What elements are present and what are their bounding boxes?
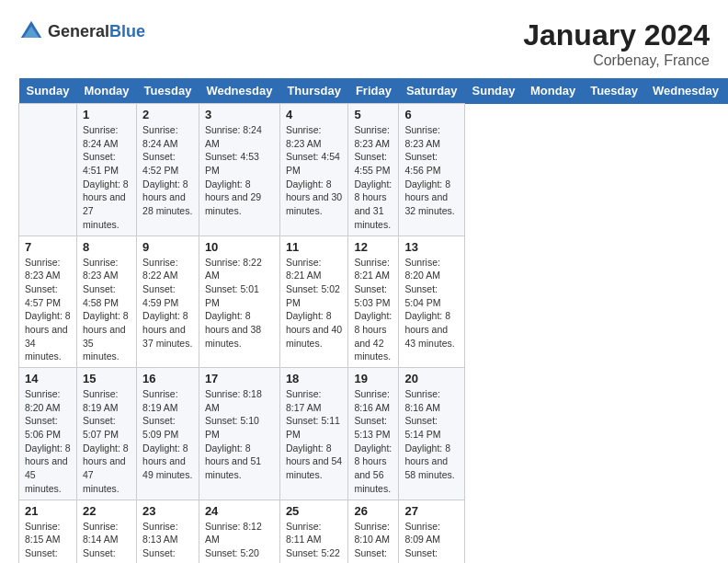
- day-number: 16: [142, 372, 193, 385]
- day-detail: Sunrise: 8:16 AMSunset: 5:14 PMDaylight:…: [404, 387, 459, 482]
- day-detail: Sunrise: 8:19 AMSunset: 5:07 PMDaylight:…: [83, 387, 131, 496]
- day-number: 18: [286, 372, 343, 385]
- calendar-cell: 26Sunrise: 8:10 AMSunset: 5:23 PMDayligh…: [348, 500, 399, 563]
- day-detail: Sunrise: 8:22 AMSunset: 4:59 PMDaylight:…: [142, 256, 193, 350]
- day-detail: Sunrise: 8:24 AMSunset: 4:51 PMDaylight:…: [83, 123, 131, 232]
- day-detail: Sunrise: 8:21 AMSunset: 5:03 PMDaylight:…: [354, 256, 392, 364]
- calendar-cell: 24Sunrise: 8:12 AMSunset: 5:20 PMDayligh…: [199, 500, 279, 563]
- calendar-header-row: SundayMondayTuesdayWednesdayThursdayFrid…: [19, 78, 729, 104]
- calendar-cell: 10Sunrise: 8:22 AMSunset: 5:01 PMDayligh…: [199, 236, 279, 368]
- day-detail: Sunrise: 8:16 AMSunset: 5:13 PMDaylight:…: [354, 387, 392, 496]
- day-detail: Sunrise: 8:24 AMSunset: 4:53 PMDaylight:…: [205, 123, 274, 218]
- logo-text: GeneralBlue: [48, 22, 145, 41]
- calendar-cell: 1Sunrise: 8:24 AMSunset: 4:51 PMDaylight…: [76, 104, 136, 236]
- day-number: 8: [83, 240, 131, 254]
- calendar-cell: 23Sunrise: 8:13 AMSunset: 5:19 PMDayligh…: [137, 500, 199, 563]
- calendar-cell: 7Sunrise: 8:23 AMSunset: 4:57 PMDaylight…: [19, 236, 77, 368]
- day-number: 6: [404, 108, 459, 121]
- col-header-tuesday: Tuesday: [583, 78, 645, 104]
- header-monday: Monday: [76, 78, 136, 104]
- calendar-cell: 13Sunrise: 8:20 AMSunset: 5:04 PMDayligh…: [399, 236, 465, 368]
- day-detail: Sunrise: 8:23 AMSunset: 4:58 PMDaylight:…: [83, 256, 131, 364]
- day-number: 7: [25, 240, 71, 254]
- calendar-cell: 16Sunrise: 8:19 AMSunset: 5:09 PMDayligh…: [137, 368, 199, 500]
- day-number: 25: [286, 504, 343, 518]
- day-number: 10: [205, 240, 274, 254]
- day-number: 12: [354, 240, 392, 254]
- day-detail: Sunrise: 8:12 AMSunset: 5:20 PMDaylight:…: [205, 520, 274, 564]
- header-friday: Friday: [348, 78, 399, 104]
- calendar-week-0: 1Sunrise: 8:24 AMSunset: 4:51 PMDaylight…: [19, 104, 729, 236]
- day-number: 20: [404, 372, 459, 385]
- calendar-cell: 17Sunrise: 8:18 AMSunset: 5:10 PMDayligh…: [199, 368, 279, 500]
- day-number: 2: [142, 108, 193, 121]
- page-subtitle: Corbenay, France: [523, 52, 710, 69]
- logo-general: General: [48, 22, 109, 40]
- calendar-week-3: 21Sunrise: 8:15 AMSunset: 5:16 PMDayligh…: [19, 500, 729, 563]
- logo-blue: Blue: [109, 22, 145, 40]
- day-number: 17: [205, 372, 274, 385]
- calendar-cell: [19, 104, 77, 236]
- day-detail: Sunrise: 8:24 AMSunset: 4:52 PMDaylight:…: [142, 123, 193, 218]
- calendar-cell: 12Sunrise: 8:21 AMSunset: 5:03 PMDayligh…: [348, 236, 399, 368]
- day-number: 19: [354, 372, 392, 385]
- calendar-cell: 14Sunrise: 8:20 AMSunset: 5:06 PMDayligh…: [19, 368, 77, 500]
- col-header-monday: Monday: [523, 78, 583, 104]
- calendar-cell: 18Sunrise: 8:17 AMSunset: 5:11 PMDayligh…: [279, 368, 348, 500]
- calendar-week-1: 7Sunrise: 8:23 AMSunset: 4:57 PMDaylight…: [19, 236, 729, 368]
- day-detail: Sunrise: 8:21 AMSunset: 5:02 PMDaylight:…: [286, 256, 343, 350]
- calendar-cell: 6Sunrise: 8:23 AMSunset: 4:56 PMDaylight…: [399, 104, 465, 236]
- day-number: 22: [83, 504, 131, 518]
- calendar-cell: 21Sunrise: 8:15 AMSunset: 5:16 PMDayligh…: [19, 500, 77, 563]
- calendar-week-2: 14Sunrise: 8:20 AMSunset: 5:06 PMDayligh…: [19, 368, 729, 500]
- day-number: 1: [83, 108, 131, 121]
- col-header-sunday: Sunday: [465, 78, 523, 104]
- day-detail: Sunrise: 8:22 AMSunset: 5:01 PMDaylight:…: [205, 256, 274, 350]
- page-header: GeneralBlue January 2024 Corbenay, Franc…: [18, 18, 710, 69]
- day-detail: Sunrise: 8:20 AMSunset: 5:04 PMDaylight:…: [404, 256, 459, 350]
- calendar-cell: 22Sunrise: 8:14 AMSunset: 5:17 PMDayligh…: [76, 500, 136, 563]
- header-thursday: Thursday: [279, 78, 348, 104]
- day-number: 11: [286, 240, 343, 254]
- calendar-cell: 20Sunrise: 8:16 AMSunset: 5:14 PMDayligh…: [399, 368, 465, 500]
- day-number: 3: [205, 108, 274, 121]
- day-number: 4: [286, 108, 343, 121]
- day-detail: Sunrise: 8:17 AMSunset: 5:11 PMDaylight:…: [286, 387, 343, 482]
- day-number: 15: [83, 372, 131, 385]
- day-number: 24: [205, 504, 274, 518]
- day-detail: Sunrise: 8:11 AMSunset: 5:22 PMDaylight:…: [286, 520, 343, 564]
- day-detail: Sunrise: 8:10 AMSunset: 5:23 PMDaylight:…: [354, 520, 392, 564]
- header-tuesday: Tuesday: [137, 78, 199, 104]
- calendar-cell: 11Sunrise: 8:21 AMSunset: 5:02 PMDayligh…: [279, 236, 348, 368]
- day-detail: Sunrise: 8:23 AMSunset: 4:55 PMDaylight:…: [354, 123, 392, 232]
- day-number: 23: [142, 504, 193, 518]
- calendar-cell: 2Sunrise: 8:24 AMSunset: 4:52 PMDaylight…: [137, 104, 199, 236]
- calendar-cell: 15Sunrise: 8:19 AMSunset: 5:07 PMDayligh…: [76, 368, 136, 500]
- header-sunday: Sunday: [19, 78, 77, 104]
- day-detail: Sunrise: 8:23 AMSunset: 4:56 PMDaylight:…: [404, 123, 459, 218]
- day-detail: Sunrise: 8:15 AMSunset: 5:16 PMDaylight:…: [25, 520, 71, 564]
- calendar-cell: 8Sunrise: 8:23 AMSunset: 4:58 PMDaylight…: [76, 236, 136, 368]
- day-number: 27: [404, 504, 459, 518]
- logo-icon: [18, 18, 44, 44]
- day-detail: Sunrise: 8:19 AMSunset: 5:09 PMDaylight:…: [142, 387, 193, 482]
- calendar-cell: 4Sunrise: 8:23 AMSunset: 4:54 PMDaylight…: [279, 104, 348, 236]
- calendar-cell: 27Sunrise: 8:09 AMSunset: 5:25 PMDayligh…: [399, 500, 465, 563]
- title-block: January 2024 Corbenay, France: [523, 18, 710, 69]
- calendar-cell: 3Sunrise: 8:24 AMSunset: 4:53 PMDaylight…: [199, 104, 279, 236]
- header-wednesday: Wednesday: [199, 78, 279, 104]
- day-detail: Sunrise: 8:23 AMSunset: 4:57 PMDaylight:…: [25, 256, 71, 364]
- page-title: January 2024: [523, 18, 710, 52]
- col-header-wednesday: Wednesday: [645, 78, 726, 104]
- calendar-cell: 5Sunrise: 8:23 AMSunset: 4:55 PMDaylight…: [348, 104, 399, 236]
- day-number: 9: [142, 240, 193, 254]
- calendar-cell: 25Sunrise: 8:11 AMSunset: 5:22 PMDayligh…: [279, 500, 348, 563]
- day-detail: Sunrise: 8:09 AMSunset: 5:25 PMDaylight:…: [404, 520, 459, 564]
- day-number: 26: [354, 504, 392, 518]
- logo: GeneralBlue: [18, 18, 145, 44]
- day-number: 14: [25, 372, 71, 385]
- day-detail: Sunrise: 8:14 AMSunset: 5:17 PMDaylight:…: [83, 520, 131, 564]
- header-saturday: Saturday: [399, 78, 465, 104]
- day-number: 21: [25, 504, 71, 518]
- day-number: 13: [404, 240, 459, 254]
